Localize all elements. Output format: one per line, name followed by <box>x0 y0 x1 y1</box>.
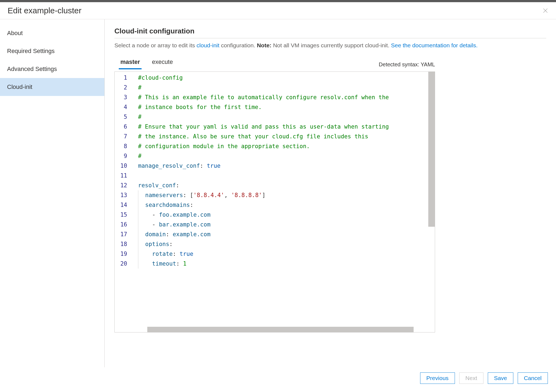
next-button: Next <box>459 372 483 384</box>
code-line[interactable]: # the instance. Also be sure that your c… <box>138 132 435 141</box>
code-line[interactable]: timeout: 1 <box>138 259 435 269</box>
code-line[interactable]: nameservers: ['8.8.4.4', '8.8.8.8'] <box>138 190 435 200</box>
line-number: 16 <box>115 220 127 229</box>
window-topbar <box>0 0 556 2</box>
indent-guide <box>138 259 142 269</box>
docs-link[interactable]: See the documentation for details. <box>391 42 478 48</box>
main-panel: Cloud-init configuration Select a node o… <box>105 19 556 367</box>
node-tabs: masterexecute <box>114 56 174 69</box>
code-line[interactable]: domain: example.com <box>138 229 435 239</box>
line-number: 17 <box>115 229 127 239</box>
code-line[interactable]: options: <box>138 239 435 249</box>
syntax-label: Detected syntax: YAML <box>379 61 435 69</box>
code-line[interactable]: # instance boots for the first time. <box>138 102 435 112</box>
code-line[interactable]: #cloud-config <box>138 73 435 83</box>
line-number: 7 <box>115 132 127 141</box>
indent-guide <box>138 210 142 220</box>
line-number: 20 <box>115 259 127 269</box>
editor-horizontal-scrollbar[interactable] <box>147 327 414 332</box>
code-line[interactable]: resolv_conf: <box>138 181 435 190</box>
line-number: 2 <box>115 83 127 92</box>
sidebar: AboutRequired SettingsAdvanced SettingsC… <box>0 19 105 367</box>
help-mid: configuration. <box>219 42 257 48</box>
line-number: 19 <box>115 249 127 259</box>
code-line[interactable]: - foo.example.com <box>138 210 435 220</box>
code-line[interactable] <box>138 171 435 181</box>
indent-guide <box>138 220 142 229</box>
sidebar-item-cloud-init[interactable]: Cloud-init <box>0 78 104 96</box>
help-text: Select a node or array to edit its cloud… <box>114 42 546 49</box>
line-number: 4 <box>115 102 127 112</box>
dialog-footer: Previous Next Save Cancel <box>0 367 556 389</box>
editor-code-area[interactable]: #cloud-config## This is an example file … <box>132 72 435 332</box>
code-line[interactable]: - bar.example.com <box>138 220 435 229</box>
sidebar-item-about[interactable]: About <box>0 24 104 42</box>
line-number: 18 <box>115 239 127 249</box>
tab-master[interactable]: master <box>119 56 142 69</box>
line-number: 8 <box>115 141 127 151</box>
line-number: 10 <box>115 161 127 171</box>
cloud-init-link[interactable]: cloud-init <box>196 42 219 48</box>
code-line[interactable]: # <box>138 83 435 92</box>
code-editor[interactable]: 1234567891011121314151617181920 #cloud-c… <box>114 71 435 332</box>
previous-button[interactable]: Previous <box>420 372 455 384</box>
code-line[interactable]: rotate: true <box>138 249 435 259</box>
code-line[interactable]: # This is an example file to automatical… <box>138 92 435 102</box>
line-number: 15 <box>115 210 127 220</box>
indent-guide <box>138 190 142 200</box>
code-line[interactable]: # <box>138 112 435 122</box>
editor-vertical-scrollbar[interactable] <box>428 72 435 227</box>
indent-guide <box>138 229 142 239</box>
line-number: 13 <box>115 190 127 200</box>
dialog-header: Edit example-cluster <box>0 2 556 19</box>
indent-guide <box>138 239 142 249</box>
close-icon[interactable] <box>542 8 548 14</box>
help-note-label: Note: <box>257 42 271 48</box>
cancel-button[interactable]: Cancel <box>518 372 548 384</box>
code-line[interactable]: # configuration module in the appropriat… <box>138 141 435 151</box>
line-number: 9 <box>115 151 127 161</box>
code-line[interactable]: manage_resolv_conf: true <box>138 161 435 171</box>
tab-execute[interactable]: execute <box>150 56 174 69</box>
line-number: 14 <box>115 200 127 210</box>
indent-guide <box>138 249 142 259</box>
section-title: Cloud-init configuration <box>114 27 546 38</box>
line-number: 12 <box>115 181 127 190</box>
help-prefix: Select a node or array to edit its <box>114 42 196 48</box>
sidebar-item-required-settings[interactable]: Required Settings <box>0 42 104 60</box>
line-number: 1 <box>115 73 127 83</box>
sidebar-item-advanced-settings[interactable]: Advanced Settings <box>0 60 104 78</box>
code-line[interactable]: # <box>138 151 435 161</box>
save-button[interactable]: Save <box>488 372 513 384</box>
help-note-text: Not all VM images currently support clou… <box>271 42 391 48</box>
line-number: 5 <box>115 112 127 122</box>
dialog-title: Edit example-cluster <box>8 6 82 15</box>
line-number: 3 <box>115 92 127 102</box>
code-line[interactable]: # Ensure that your yaml is valid and pas… <box>138 122 435 132</box>
line-number: 6 <box>115 122 127 132</box>
line-number: 11 <box>115 171 127 181</box>
code-line[interactable]: searchdomains: <box>138 200 435 210</box>
indent-guide <box>138 200 142 210</box>
editor-gutter: 1234567891011121314151617181920 <box>115 72 132 332</box>
